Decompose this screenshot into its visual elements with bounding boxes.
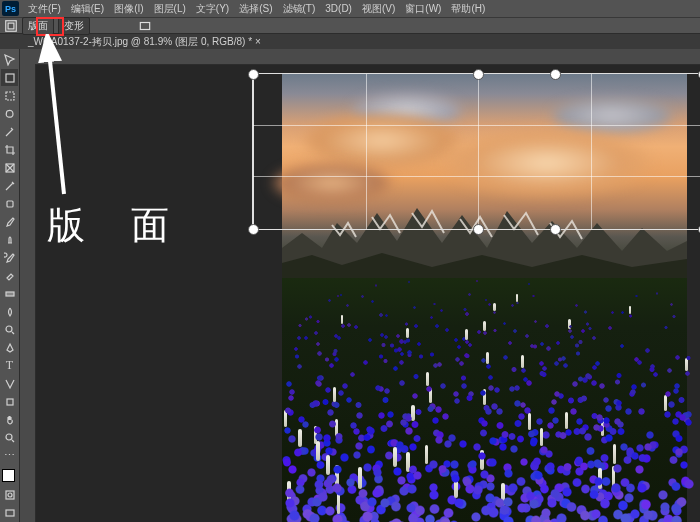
handle-bl[interactable]: [248, 224, 259, 235]
canvas-area[interactable]: [20, 49, 700, 522]
options-bar: 版面 变形: [0, 18, 700, 34]
svg-rect-3: [6, 74, 14, 82]
crop-tool[interactable]: [1, 141, 18, 158]
svg-rect-2: [140, 22, 149, 29]
history-brush-tool[interactable]: [1, 249, 18, 266]
menu-view[interactable]: 视图(V): [357, 0, 400, 18]
menu-help[interactable]: 帮助(H): [446, 0, 490, 18]
heal-tool[interactable]: [1, 195, 18, 212]
menu-layer[interactable]: 图层(L): [149, 0, 191, 18]
options-mode[interactable]: 变形: [58, 17, 90, 35]
svg-rect-11: [6, 491, 14, 499]
artboard-tool-icon[interactable]: [4, 20, 18, 32]
svg-rect-4: [6, 92, 14, 100]
zoom-tool[interactable]: [1, 429, 18, 446]
artboard-tool[interactable]: [1, 69, 18, 86]
ruler-origin[interactable]: [20, 49, 36, 65]
svg-rect-0: [6, 20, 17, 31]
svg-rect-1: [8, 23, 14, 29]
wand-tool[interactable]: [1, 123, 18, 140]
menu-type[interactable]: 文字(Y): [191, 0, 234, 18]
image-field: [282, 278, 687, 522]
eyedropper-tool[interactable]: [1, 177, 18, 194]
toolbar: T ⋯: [0, 49, 20, 522]
handle-tl[interactable]: [248, 69, 259, 80]
dodge-tool[interactable]: [1, 321, 18, 338]
orientation-icon[interactable]: [138, 20, 152, 32]
edit-toolbar[interactable]: ⋯: [1, 447, 18, 464]
lasso-tool[interactable]: [1, 105, 18, 122]
svg-point-12: [8, 493, 12, 497]
menu-3d[interactable]: 3D(D): [320, 1, 357, 16]
app-logo: Ps: [2, 1, 19, 16]
ruler-vertical[interactable]: [20, 64, 36, 522]
document-tab-bar: _WGA0137-2-拷贝.jpg @ 81.9% (图层 0, RGB/8) …: [0, 34, 700, 50]
menu-window[interactable]: 窗口(W): [400, 0, 446, 18]
pen-tool[interactable]: [1, 339, 18, 356]
svg-rect-7: [6, 292, 14, 296]
svg-point-10: [6, 434, 12, 440]
menu-file[interactable]: 文件(F): [23, 0, 66, 18]
frame-tool[interactable]: [1, 159, 18, 176]
path-tool[interactable]: [1, 375, 18, 392]
move-tool[interactable]: [1, 51, 18, 68]
brush-tool[interactable]: [1, 213, 18, 230]
document-tab[interactable]: _WGA0137-2-拷贝.jpg @ 81.9% (图层 0, RGB/8) …: [20, 35, 269, 49]
menu-image[interactable]: 图像(I): [109, 0, 148, 18]
svg-rect-9: [7, 399, 13, 405]
quickmask-toggle[interactable]: [1, 486, 18, 503]
eraser-tool[interactable]: [1, 267, 18, 284]
menu-bar: Ps 文件(F) 编辑(E) 图像(I) 图层(L) 文字(Y) 选择(S) 滤…: [0, 0, 700, 18]
stamp-tool[interactable]: [1, 231, 18, 248]
hand-tool[interactable]: [1, 411, 18, 428]
screenmode-toggle[interactable]: [1, 504, 18, 521]
ruler-horizontal[interactable]: [35, 49, 700, 65]
marquee-tool[interactable]: [1, 87, 18, 104]
document-image[interactable]: [282, 73, 687, 522]
gradient-tool[interactable]: [1, 285, 18, 302]
menu-select[interactable]: 选择(S): [234, 0, 277, 18]
workspace: T ⋯: [0, 49, 700, 522]
shape-tool[interactable]: [1, 393, 18, 410]
blur-tool[interactable]: [1, 303, 18, 320]
image-mountains: [282, 193, 687, 283]
svg-rect-13: [6, 510, 14, 516]
menu-edit[interactable]: 编辑(E): [66, 0, 109, 18]
color-swatches[interactable]: [2, 469, 18, 485]
options-preset[interactable]: 版面: [22, 17, 54, 35]
type-tool[interactable]: T: [1, 357, 18, 374]
menu-filter[interactable]: 滤镜(T): [278, 0, 321, 18]
foreground-color[interactable]: [2, 469, 15, 482]
svg-rect-6: [7, 201, 13, 207]
svg-point-8: [6, 326, 12, 332]
